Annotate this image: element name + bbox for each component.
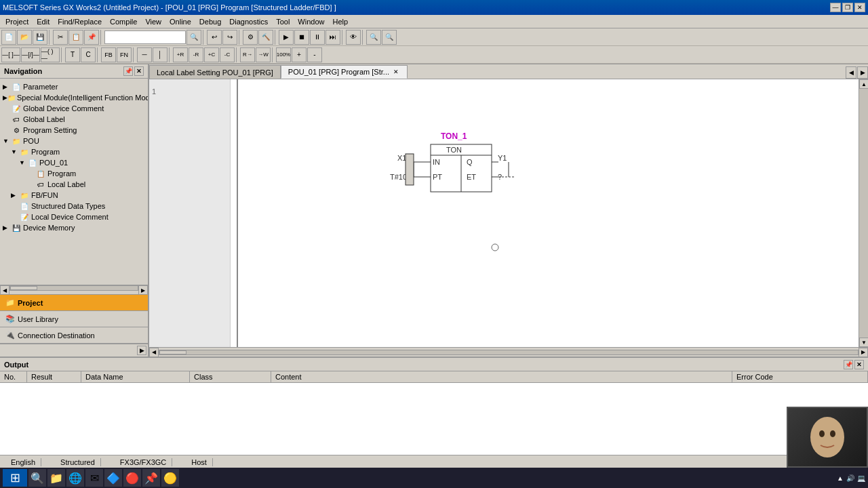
nav-scroll-left[interactable]: ◀ xyxy=(0,285,9,295)
tb-b4[interactable]: ⏭ xyxy=(326,30,340,45)
tb-write[interactable]: →W xyxy=(256,47,271,62)
tab-close-icon[interactable]: ✕ xyxy=(392,68,400,76)
tb-coil[interactable]: —( )— xyxy=(41,47,60,62)
tree-item-pou[interactable]: ▼ 📁 POU xyxy=(0,136,148,146)
taskbar-edge[interactable]: 🌐 xyxy=(66,469,84,487)
taskbar-search[interactable]: 🔍 xyxy=(28,469,46,487)
hscroll-right[interactable]: ▶ xyxy=(859,348,868,357)
vscroll-up[interactable]: ▲ xyxy=(859,79,868,89)
tree-item-pou01[interactable]: ▼ 📄 POU_01 xyxy=(0,157,148,168)
nav-pin-button[interactable]: 📌 xyxy=(123,66,133,76)
tb-fb[interactable]: FB xyxy=(101,47,116,62)
start-button[interactable]: ⊞ xyxy=(3,469,27,487)
tb-copy[interactable]: 📋 xyxy=(68,30,83,45)
network-icon[interactable]: 💻 xyxy=(857,474,865,482)
nav-expand-btn[interactable]: ▶ xyxy=(137,346,146,355)
menu-view[interactable]: View xyxy=(141,16,165,27)
tb-b1[interactable]: ▶ xyxy=(279,30,294,45)
output-pin-button[interactable]: 📌 xyxy=(844,360,853,369)
close-button[interactable]: ✕ xyxy=(854,3,865,12)
menu-compile[interactable]: Compile xyxy=(106,16,141,27)
taskbar-app4[interactable]: 🟡 xyxy=(161,469,179,487)
nav-btn-project[interactable]: 📁 Project xyxy=(0,295,148,311)
tb-build[interactable]: 🔨 xyxy=(258,30,273,45)
tb-save[interactable]: 💾 xyxy=(33,30,47,45)
menu-window[interactable]: Window xyxy=(294,16,328,27)
nav-btn-connection-dest[interactable]: 🔌 Connection Destination xyxy=(0,327,148,344)
tb-row-ins[interactable]: +R xyxy=(173,47,188,62)
search-input[interactable] xyxy=(104,30,186,44)
tree-item-parameter[interactable]: ▶ 📄 Parameter xyxy=(0,81,148,92)
tb-read[interactable]: R→ xyxy=(240,47,255,62)
nav-btn-user-library[interactable]: 📚 User Library xyxy=(0,311,148,327)
tb-new[interactable]: 📄 xyxy=(1,30,16,45)
tab-local-label[interactable]: Local Label Setting POU_01 [PRG] xyxy=(149,65,281,79)
tree-item-local-device-comment[interactable]: 📝 Local Device Comment xyxy=(0,211,148,222)
tab-nav-left[interactable]: ◀ xyxy=(846,66,856,79)
taskbar-app2[interactable]: 🔴 xyxy=(123,469,141,487)
tb-b3[interactable]: ⏸ xyxy=(310,30,325,45)
tb-cut[interactable]: ✂ xyxy=(53,30,68,45)
nav-scroll-thumb[interactable] xyxy=(10,286,37,290)
tb-zoom-in[interactable]: 🔍 xyxy=(366,30,381,45)
tab-pou01-program[interactable]: POU_01 [PRG] Program [Str... ✕ xyxy=(281,65,408,79)
vscroll-down[interactable]: ▼ xyxy=(859,338,868,347)
tb-b2[interactable]: ⏹ xyxy=(294,30,309,45)
tb-zoom-100[interactable]: 100% xyxy=(276,47,291,62)
tree-item-structured-data-types[interactable]: 📄 Structured Data Types xyxy=(0,201,148,211)
minimize-button[interactable]: — xyxy=(830,3,841,12)
tb-col-ins[interactable]: +C xyxy=(204,47,219,62)
tb-redo[interactable]: ↪ xyxy=(222,30,237,45)
tb-paste[interactable]: 📌 xyxy=(84,30,99,45)
menu-help[interactable]: Help xyxy=(328,16,352,27)
menu-edit[interactable]: Edit xyxy=(33,16,54,27)
tb-zoom-out2[interactable]: - xyxy=(307,47,322,62)
taskbar-app1[interactable]: 🔷 xyxy=(104,469,122,487)
tb-counter[interactable]: C xyxy=(81,47,96,62)
taskbar-email[interactable]: ✉ xyxy=(85,469,103,487)
menu-find-replace[interactable]: Find/Replace xyxy=(54,16,106,27)
tree-item-global-device-comment[interactable]: 📝 Global Device Comment xyxy=(0,103,148,114)
nav-scroll-right[interactable]: ▶ xyxy=(138,285,148,295)
menu-diagnostics[interactable]: Diagnostics xyxy=(225,16,272,27)
tree-item-program-folder[interactable]: ▼ 📁 Program xyxy=(0,146,148,157)
tab-nav-right[interactable]: ▶ xyxy=(857,66,868,79)
tb-compile[interactable]: ⚙ xyxy=(243,30,258,45)
menu-online[interactable]: Online xyxy=(165,16,195,27)
hscroll-thumb[interactable] xyxy=(159,350,186,354)
tree-item-global-label[interactable]: 🏷 Global Label xyxy=(0,114,148,125)
tb-search[interactable]: 🔍 xyxy=(186,30,201,45)
hscroll-left[interactable]: ◀ xyxy=(149,348,159,357)
tb-nc[interactable]: —[/]— xyxy=(21,47,40,62)
tb-wire-h[interactable]: ─ xyxy=(137,47,152,62)
output-close-button[interactable]: ✕ xyxy=(854,360,864,369)
menu-project[interactable]: Project xyxy=(1,16,33,27)
tb-col-del[interactable]: -C xyxy=(220,47,235,62)
tb-timer[interactable]: T xyxy=(65,47,80,62)
tb-zoom-out[interactable]: 🔍 xyxy=(382,30,397,45)
tb-zoom-in2[interactable]: + xyxy=(292,47,307,62)
tb-contact[interactable]: —[ ]— xyxy=(1,47,20,62)
taskbar-explorer[interactable]: 📁 xyxy=(47,469,65,487)
tb-open[interactable]: 📂 xyxy=(17,30,32,45)
maximize-button[interactable]: ❐ xyxy=(842,3,853,12)
tree-item-special-module[interactable]: ▶ 📁 Special Module(Intelligent Function … xyxy=(0,92,148,103)
tb-undo[interactable]: ↩ xyxy=(207,30,222,45)
tree-item-program-setting[interactable]: ⚙ Program Setting xyxy=(0,125,148,136)
taskbar-app3[interactable]: 📌 xyxy=(142,469,160,487)
tb-row-del[interactable]: -R xyxy=(189,47,203,62)
menu-debug[interactable]: Debug xyxy=(195,16,225,27)
canvas-area[interactable]: 1 TON_1 xyxy=(149,79,859,347)
menu-tool[interactable]: Tool xyxy=(272,16,294,27)
tree-item-program-child[interactable]: 📋 Program xyxy=(0,168,148,179)
tree-item-local-label[interactable]: 🏷 Local Label xyxy=(0,179,148,190)
tb-wire-v[interactable]: │ xyxy=(153,47,167,62)
tree-item-device-memory[interactable]: ▶ 💾 Device Memory xyxy=(0,222,148,233)
tree-item-fb-fun[interactable]: ▶ 📁 FB/FUN xyxy=(0,190,148,201)
tb-fun[interactable]: FN xyxy=(117,47,132,62)
pou-icon: 📁 xyxy=(11,136,22,146)
nav-close-button[interactable]: ✕ xyxy=(134,66,144,76)
volume-icon[interactable]: 🔊 xyxy=(846,474,854,482)
tb-monitor[interactable]: 👁 xyxy=(346,30,361,45)
system-tray: ▲ xyxy=(837,474,844,482)
